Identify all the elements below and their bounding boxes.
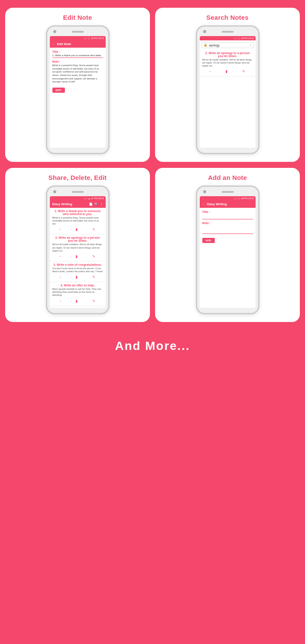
list-item-4-body: Many people hesitate to ask for help. Th… [52,288,103,297]
add-note-appbar: ← Diary Writing [200,200,256,208]
search-value[interactable]: apology [209,44,248,47]
edit-icon-1[interactable]: ✎ [92,228,95,231]
phone-camera-bl [53,190,56,193]
edit-icon-3[interactable]: ✎ [92,275,95,279]
add-note-content: Title : Note : ADD [200,208,256,308]
list-item-2-body: We've all made mistakes. We've all done … [52,243,103,252]
search-result-body: We've all made mistakes. We've all done … [202,58,253,67]
status-bar-tl: ◁ ○ ▢ .ill 97% 19:15 [50,36,106,40]
search-results: 2. Write an apology to a person you let … [200,50,256,148]
notes-list: 1. Write a thank-you to someone who beli… [50,208,106,308]
list-item-2-actions: ‹ ▮ ✎ [52,254,103,259]
edit-button[interactable]: EDIT [52,88,65,93]
search-notes-phone: ◁ ○ ▢ .ill 97% 19:19 🔒 apology × 2. Writ… [196,25,259,154]
list-item-1-actions: ‹ ▮ ✎ [52,227,103,232]
back-icon-br[interactable]: ← [202,203,205,206]
appbar-title-br: Diary Writing [207,202,253,206]
share-icon-tr[interactable]: ‹ [210,70,211,73]
share-icon-1[interactable]: ‹ [60,228,61,231]
edit-note-content: Title : 1. Write a thank-you to someone … [50,48,106,148]
status-bar-tr: ◁ ○ ▢ .ill 97% 19:19 [200,36,256,40]
lock-icon: 🔒 [204,43,207,47]
list-item-1-body: Belief is a powerful thing. Some people … [52,216,103,225]
list-item-4-title: 4. Write an offer to help. [52,284,103,287]
title-value-tl[interactable]: 1. Write a thank-you to someone who beli… [52,54,103,58]
delete-icon-3[interactable]: ▮ [76,275,77,279]
phone-speaker-tl [72,31,84,33]
bottom-row: Share, Delete, Edit ◁ ○ ☁ .ill 76% 08:09… [5,168,300,322]
list-item-2-title: 2. Write an apology to a person you let … [52,236,103,242]
share-delete-edit-title: Share, Delete, Edit [49,174,107,181]
add-note-card: Add an Note ◁ ○ ▢ .ill 97% 19:15 ← Diary… [155,168,300,322]
edit-note-phone: ◁ ○ ▢ .ill 97% 19:15 ← Edit Note Title :… [46,25,110,154]
search-result-item: 2. Write an apology to a person you let … [200,50,256,76]
search-icon-bl[interactable]: 🔍 [95,203,98,206]
note-input-br[interactable] [202,225,253,234]
appbar-title-tl: Edit Note [57,42,103,46]
edit-note-card: Edit Note ◁ ○ ▢ .ill 97% 19:15 ← Edit No… [5,8,150,162]
share-delete-edit-phone: ◁ ○ ☁ .ill 76% 08:09 Diary Writing 📄 🔍 ⋮… [46,185,110,314]
note-label-tl: Note : [52,60,103,63]
file-icon-bl[interactable]: 📄 [89,203,93,206]
phone-speaker-br [222,191,234,193]
list-appbar-title: Diary Writing [52,202,87,206]
share-icon-4[interactable]: ‹ [60,299,61,303]
footer-text: And More... [115,339,190,353]
phone-speaker-bl [72,191,84,193]
edit-icon-2[interactable]: ✎ [92,255,95,258]
note-text-tl: Belief is a powerful thing. Some people … [52,64,103,84]
title-input-br[interactable] [202,214,253,219]
list-item-3-title: 3. Write a note of congratulations. [52,263,103,266]
status-text-tr: ◁ ○ ▢ .ill 97% 19:19 [234,37,253,39]
edit-icon-4[interactable]: ✎ [92,299,95,303]
search-bar[interactable]: 🔒 apology × [201,42,254,48]
title-label-tl: Title : [52,50,103,53]
status-bar-bl: ◁ ○ ☁ .ill 76% 08:09 [50,196,106,200]
share-delete-edit-card: Share, Delete, Edit ◁ ○ ☁ .ill 76% 08:09… [5,168,150,322]
delete-icon-tr[interactable]: ▮ [226,70,227,73]
delete-icon-4[interactable]: ▮ [76,299,77,303]
share-delete-edit-screen: ◁ ○ ☁ .ill 76% 08:09 Diary Writing 📄 🔍 ⋮… [50,196,106,308]
edit-note-screen: ◁ ○ ▢ .ill 97% 19:15 ← Edit Note Title :… [50,36,106,148]
status-text-bl: ◁ ○ ☁ .ill 76% 08:09 [84,197,104,200]
status-text-tl: ◁ ○ ▢ .ill 97% 19:15 [84,37,104,39]
delete-icon-2[interactable]: ▮ [76,255,77,258]
close-icon-tr[interactable]: × [250,44,251,47]
title-label-br: Title : [202,210,253,213]
search-notes-card: Search Notes ◁ ○ ▢ .ill 97% 19:19 🔒 apol… [155,8,300,162]
note-label-br: Note : [202,222,253,225]
share-icon-2[interactable]: ‹ [60,255,61,258]
list-item-3-body: You don't even have to know the person. … [52,267,103,273]
status-text-br: ◁ ○ ▢ .ill 97% 19:15 [234,197,253,200]
status-bar-br: ◁ ○ ▢ .ill 97% 19:15 [200,196,256,200]
search-result-title: 2. Write an apology to a person you let … [202,52,253,58]
search-notes-screen: ◁ ○ ▢ .ill 97% 19:19 🔒 apology × 2. Writ… [200,36,256,148]
share-icon-3[interactable]: ‹ [60,275,61,279]
phone-camera-tl [53,30,56,33]
list-item-1-title: 1. Write a thank-you to someone who beli… [52,210,103,216]
more-icon-bl[interactable]: ⋮ [100,203,103,206]
phone-speaker-tr [222,31,234,33]
list-appbar: Diary Writing 📄 🔍 ⋮ [50,200,106,208]
back-icon-tl[interactable]: ← [52,43,55,46]
add-button[interactable]: ADD [202,238,215,243]
list-item: 2. Write an apology to a person you let … [50,234,106,261]
phone-camera-tr [203,30,206,33]
edit-note-appbar: ← Edit Note [50,40,106,48]
list-item-3-actions: ‹ ▮ ✎ [52,274,103,280]
phone-camera-br [203,190,206,193]
add-note-phone: ◁ ○ ▢ .ill 97% 19:15 ← Diary Writing Tit… [196,185,259,314]
search-result-actions: ‹ ▮ ✎ [202,69,253,74]
search-notes-title: Search Notes [206,14,248,21]
top-row: Edit Note ◁ ○ ▢ .ill 97% 19:15 ← Edit No… [5,8,300,162]
list-item-4-actions: ‹ ▮ ✎ [52,298,103,304]
add-note-screen: ◁ ○ ▢ .ill 97% 19:15 ← Diary Writing Tit… [200,196,256,308]
list-item: 4. Write an offer to help. Many people h… [50,282,106,306]
list-item: 3. Write a note of congratulations. You … [50,261,106,282]
edit-icon-tr[interactable]: ✎ [242,70,245,73]
edit-note-title: Edit Note [63,14,92,21]
delete-icon-1[interactable]: ▮ [76,228,77,231]
list-item: 1. Write a thank-you to someone who beli… [50,208,106,234]
add-note-title: Add an Note [208,174,247,181]
